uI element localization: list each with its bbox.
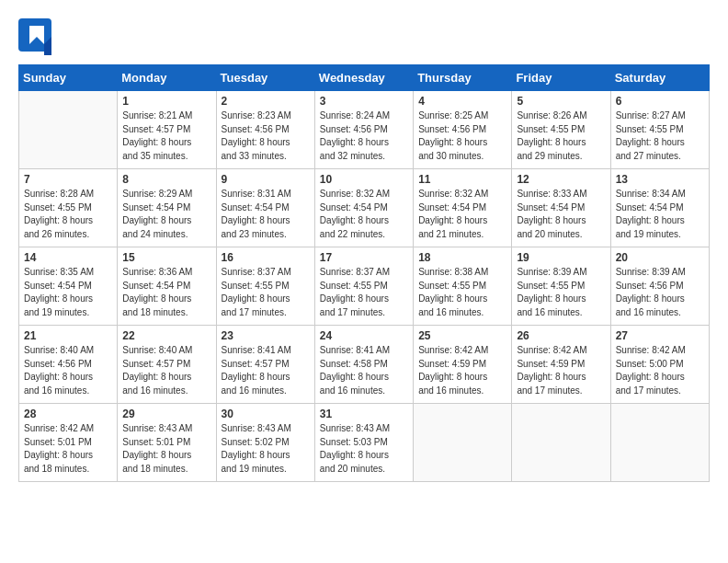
cell-info: Sunrise: 8:31 AM Sunset: 4:54 PM Dayligh… bbox=[222, 188, 310, 241]
day-number: 28 bbox=[24, 408, 112, 420]
calendar-cell: 4Sunrise: 8:25 AM Sunset: 4:56 PM Daylig… bbox=[414, 91, 512, 169]
day-number: 11 bbox=[418, 173, 506, 186]
day-number: 24 bbox=[320, 329, 408, 342]
cell-info: Sunrise: 8:21 AM Sunset: 4:57 PM Dayligh… bbox=[122, 109, 210, 163]
calendar-week-3: 21Sunrise: 8:40 AM Sunset: 4:56 PM Dayli… bbox=[19, 326, 710, 404]
cell-info: Sunrise: 8:36 AM Sunset: 4:54 PM Dayligh… bbox=[122, 266, 210, 319]
day-number: 30 bbox=[222, 408, 310, 420]
calendar-cell: 6Sunrise: 8:27 AM Sunset: 4:55 PM Daylig… bbox=[610, 91, 709, 169]
calendar-cell: 30Sunrise: 8:43 AM Sunset: 5:02 PM Dayli… bbox=[216, 404, 314, 482]
cell-info: Sunrise: 8:37 AM Sunset: 4:55 PM Dayligh… bbox=[222, 266, 310, 319]
day-number: 21 bbox=[24, 329, 112, 342]
calendar-cell: 3Sunrise: 8:24 AM Sunset: 4:56 PM Daylig… bbox=[314, 91, 413, 169]
calendar-cell: 1Sunrise: 8:21 AM Sunset: 4:57 PM Daylig… bbox=[118, 91, 216, 169]
calendar-cell: 23Sunrise: 8:41 AM Sunset: 4:57 PM Dayli… bbox=[216, 326, 314, 404]
calendar-week-0: 1Sunrise: 8:21 AM Sunset: 4:57 PM Daylig… bbox=[19, 91, 710, 169]
calendar-cell: 19Sunrise: 8:39 AM Sunset: 4:55 PM Dayli… bbox=[512, 247, 610, 326]
calendar-cell: 25Sunrise: 8:42 AM Sunset: 4:59 PM Dayli… bbox=[414, 326, 512, 404]
day-number: 4 bbox=[418, 95, 506, 108]
logo-icon bbox=[18, 18, 51, 55]
calendar-cell: 31Sunrise: 8:43 AM Sunset: 5:03 PM Dayli… bbox=[314, 404, 413, 482]
day-number: 2 bbox=[222, 95, 310, 108]
calendar-cell: 14Sunrise: 8:35 AM Sunset: 4:54 PM Dayli… bbox=[19, 247, 118, 326]
cell-info: Sunrise: 8:42 AM Sunset: 5:01 PM Dayligh… bbox=[24, 422, 112, 476]
page-header bbox=[18, 18, 710, 55]
cell-info: Sunrise: 8:39 AM Sunset: 4:56 PM Dayligh… bbox=[616, 266, 704, 319]
calendar-cell: 28Sunrise: 8:42 AM Sunset: 5:01 PM Dayli… bbox=[19, 404, 118, 482]
calendar-cell: 9Sunrise: 8:31 AM Sunset: 4:54 PM Daylig… bbox=[216, 169, 314, 247]
day-number: 16 bbox=[222, 251, 310, 264]
cell-info: Sunrise: 8:35 AM Sunset: 4:54 PM Dayligh… bbox=[24, 266, 112, 319]
cell-info: Sunrise: 8:43 AM Sunset: 5:01 PM Dayligh… bbox=[122, 422, 210, 476]
calendar-cell: 22Sunrise: 8:40 AM Sunset: 4:57 PM Dayli… bbox=[118, 326, 216, 404]
day-number: 15 bbox=[122, 251, 210, 264]
calendar-cell: 15Sunrise: 8:36 AM Sunset: 4:54 PM Dayli… bbox=[118, 247, 216, 326]
cell-info: Sunrise: 8:29 AM Sunset: 4:54 PM Dayligh… bbox=[122, 188, 210, 241]
calendar-cell: 5Sunrise: 8:26 AM Sunset: 4:55 PM Daylig… bbox=[512, 91, 610, 169]
cell-info: Sunrise: 8:27 AM Sunset: 4:55 PM Dayligh… bbox=[616, 109, 704, 163]
calendar-cell: 26Sunrise: 8:42 AM Sunset: 4:59 PM Dayli… bbox=[512, 326, 610, 404]
day-header-sunday: Sunday bbox=[19, 65, 118, 91]
cell-info: Sunrise: 8:40 AM Sunset: 4:56 PM Dayligh… bbox=[24, 344, 112, 397]
day-number: 9 bbox=[222, 173, 310, 186]
calendar-cell: 27Sunrise: 8:42 AM Sunset: 5:00 PM Dayli… bbox=[610, 326, 709, 404]
cell-info: Sunrise: 8:26 AM Sunset: 4:55 PM Dayligh… bbox=[517, 109, 605, 163]
logo bbox=[18, 18, 55, 55]
cell-info: Sunrise: 8:41 AM Sunset: 4:58 PM Dayligh… bbox=[320, 344, 408, 397]
calendar-cell: 21Sunrise: 8:40 AM Sunset: 4:56 PM Dayli… bbox=[19, 326, 118, 404]
calendar-table: SundayMondayTuesdayWednesdayThursdayFrid… bbox=[18, 64, 710, 482]
calendar-cell: 11Sunrise: 8:32 AM Sunset: 4:54 PM Dayli… bbox=[414, 169, 512, 247]
calendar-cell: 2Sunrise: 8:23 AM Sunset: 4:56 PM Daylig… bbox=[216, 91, 314, 169]
calendar-cell: 8Sunrise: 8:29 AM Sunset: 4:54 PM Daylig… bbox=[118, 169, 216, 247]
day-number: 1 bbox=[122, 95, 210, 108]
day-header-wednesday: Wednesday bbox=[314, 65, 413, 91]
cell-info: Sunrise: 8:32 AM Sunset: 4:54 PM Dayligh… bbox=[320, 188, 408, 241]
cell-info: Sunrise: 8:41 AM Sunset: 4:57 PM Dayligh… bbox=[222, 344, 310, 397]
day-number: 14 bbox=[24, 251, 112, 264]
day-number: 3 bbox=[320, 95, 408, 108]
calendar-cell: 13Sunrise: 8:34 AM Sunset: 4:54 PM Dayli… bbox=[610, 169, 709, 247]
calendar-header-row: SundayMondayTuesdayWednesdayThursdayFrid… bbox=[19, 65, 710, 91]
calendar-cell: 18Sunrise: 8:38 AM Sunset: 4:55 PM Dayli… bbox=[414, 247, 512, 326]
calendar-week-2: 14Sunrise: 8:35 AM Sunset: 4:54 PM Dayli… bbox=[19, 247, 710, 326]
day-number: 20 bbox=[616, 251, 704, 264]
cell-info: Sunrise: 8:43 AM Sunset: 5:02 PM Dayligh… bbox=[222, 422, 310, 476]
day-number: 12 bbox=[517, 173, 605, 186]
cell-info: Sunrise: 8:33 AM Sunset: 4:54 PM Dayligh… bbox=[517, 188, 605, 241]
cell-info: Sunrise: 8:42 AM Sunset: 4:59 PM Dayligh… bbox=[517, 344, 605, 397]
cell-info: Sunrise: 8:28 AM Sunset: 4:55 PM Dayligh… bbox=[24, 188, 112, 241]
calendar-cell: 20Sunrise: 8:39 AM Sunset: 4:56 PM Dayli… bbox=[610, 247, 709, 326]
day-number: 27 bbox=[616, 329, 704, 342]
cell-info: Sunrise: 8:39 AM Sunset: 4:55 PM Dayligh… bbox=[517, 266, 605, 319]
day-number: 29 bbox=[122, 408, 210, 420]
calendar-cell: 12Sunrise: 8:33 AM Sunset: 4:54 PM Dayli… bbox=[512, 169, 610, 247]
cell-info: Sunrise: 8:32 AM Sunset: 4:54 PM Dayligh… bbox=[418, 188, 506, 241]
cell-info: Sunrise: 8:23 AM Sunset: 4:56 PM Dayligh… bbox=[222, 109, 310, 163]
calendar-cell: 29Sunrise: 8:43 AM Sunset: 5:01 PM Dayli… bbox=[118, 404, 216, 482]
calendar-cell: 24Sunrise: 8:41 AM Sunset: 4:58 PM Dayli… bbox=[314, 326, 413, 404]
calendar-cell bbox=[512, 404, 610, 482]
day-number: 19 bbox=[517, 251, 605, 264]
day-header-thursday: Thursday bbox=[414, 65, 512, 91]
calendar-cell: 16Sunrise: 8:37 AM Sunset: 4:55 PM Dayli… bbox=[216, 247, 314, 326]
calendar-week-4: 28Sunrise: 8:42 AM Sunset: 5:01 PM Dayli… bbox=[19, 404, 710, 482]
cell-info: Sunrise: 8:25 AM Sunset: 4:56 PM Dayligh… bbox=[418, 109, 506, 163]
cell-info: Sunrise: 8:38 AM Sunset: 4:55 PM Dayligh… bbox=[418, 266, 506, 319]
cell-info: Sunrise: 8:24 AM Sunset: 4:56 PM Dayligh… bbox=[320, 109, 408, 163]
day-number: 18 bbox=[418, 251, 506, 264]
day-number: 13 bbox=[616, 173, 704, 186]
day-number: 6 bbox=[616, 95, 704, 108]
day-number: 31 bbox=[320, 408, 408, 420]
day-header-tuesday: Tuesday bbox=[216, 65, 314, 91]
day-number: 7 bbox=[24, 173, 112, 186]
day-number: 26 bbox=[517, 329, 605, 342]
calendar-cell bbox=[414, 404, 512, 482]
cell-info: Sunrise: 8:40 AM Sunset: 4:57 PM Dayligh… bbox=[122, 344, 210, 397]
cell-info: Sunrise: 8:37 AM Sunset: 4:55 PM Dayligh… bbox=[320, 266, 408, 319]
day-number: 23 bbox=[222, 329, 310, 342]
cell-info: Sunrise: 8:42 AM Sunset: 4:59 PM Dayligh… bbox=[418, 344, 506, 397]
day-header-saturday: Saturday bbox=[610, 65, 709, 91]
day-number: 5 bbox=[517, 95, 605, 108]
calendar-cell: 10Sunrise: 8:32 AM Sunset: 4:54 PM Dayli… bbox=[314, 169, 413, 247]
calendar-cell bbox=[610, 404, 709, 482]
